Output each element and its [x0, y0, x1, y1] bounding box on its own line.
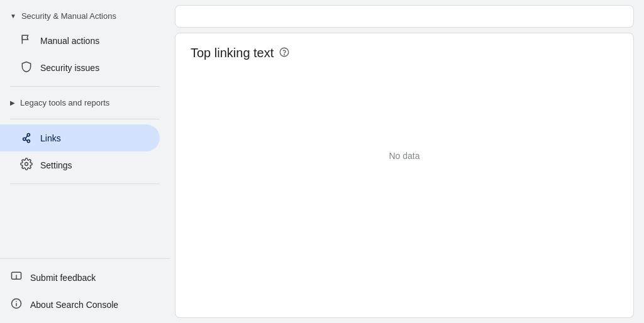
- sidebar-section-label: Security & Manual Actions: [21, 11, 116, 21]
- svg-line-4: [25, 136, 27, 139]
- info-icon: [10, 297, 23, 312]
- divider-bottom: [10, 183, 160, 184]
- card-title: Top linking text: [191, 46, 274, 60]
- sidebar-item-label: Links: [40, 133, 61, 143]
- main-content: Top linking text No data: [170, 0, 644, 323]
- sidebar-item-links[interactable]: Links: [0, 124, 160, 151]
- divider-top: [10, 86, 160, 87]
- svg-line-5: [25, 140, 27, 141]
- sidebar-item-security-issues[interactable]: Security issues: [0, 54, 160, 81]
- shield-icon: [20, 60, 33, 75]
- svg-point-3: [27, 140, 30, 143]
- sidebar-section-security[interactable]: ▼ Security & Manual Actions: [0, 5, 170, 27]
- chevron-down-icon: ▼: [10, 13, 16, 19]
- sidebar-item-label: Security issues: [40, 63, 99, 73]
- sidebar-item-manual-actions[interactable]: Manual actions: [0, 27, 160, 54]
- svg-point-9: [16, 278, 17, 278]
- no-data-text: No data: [389, 151, 419, 161]
- svg-point-12: [16, 301, 17, 302]
- legacy-label: Legacy tools and reports: [20, 98, 109, 107]
- no-data-container: No data: [191, 68, 618, 244]
- chevron-right-icon: ▶: [10, 99, 15, 106]
- sidebar-item-submit-feedback[interactable]: Submit feedback: [0, 264, 170, 291]
- settings-icon: [20, 158, 33, 172]
- card-partial-top: [175, 5, 634, 28]
- sidebar-item-about[interactable]: About Search Console: [0, 291, 170, 318]
- sidebar-item-legacy[interactable]: ▶ Legacy tools and reports: [0, 92, 170, 114]
- feedback-label: Submit feedback: [30, 273, 96, 283]
- sidebar-item-label: Settings: [40, 160, 72, 170]
- sidebar-item-label: Manual actions: [40, 36, 99, 46]
- card-title-row: Top linking text: [191, 46, 618, 60]
- links-icon: [20, 131, 33, 145]
- sidebar: ▼ Security & Manual Actions Manual actio…: [0, 0, 170, 323]
- flag-icon: [20, 33, 33, 48]
- about-label: About Search Console: [30, 300, 118, 310]
- svg-point-14: [284, 54, 285, 55]
- sidebar-footer: Submit feedback About Search Console: [0, 258, 170, 318]
- divider-middle: [10, 119, 160, 119]
- sidebar-item-settings[interactable]: Settings: [0, 151, 160, 178]
- svg-point-6: [25, 163, 28, 166]
- help-icon[interactable]: [279, 47, 290, 60]
- card-top-linking-text: Top linking text No data: [175, 33, 634, 318]
- feedback-icon: [10, 270, 23, 285]
